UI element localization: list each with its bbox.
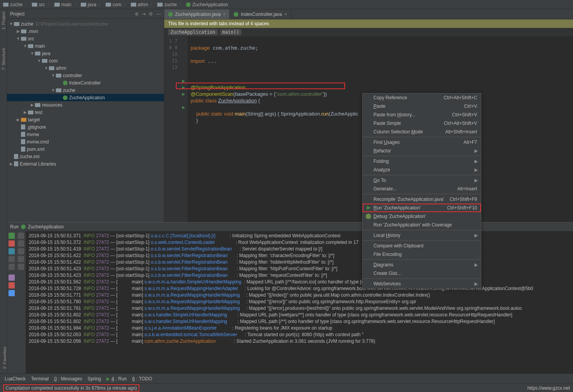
tree-node[interactable]: main bbox=[7, 42, 164, 50]
close-icon[interactable]: × bbox=[284, 12, 287, 17]
context-menu-item[interactable]: Recompile 'ZucheApplication.java'Ctrl+Sh… bbox=[363, 195, 481, 204]
tree-node[interactable]: mvnw.cmd bbox=[7, 138, 164, 145]
breadcrumb-item[interactable]: src〉 bbox=[32, 1, 52, 8]
pause-icon[interactable] bbox=[9, 248, 15, 254]
tree-node[interactable]: test bbox=[7, 109, 164, 116]
tree-node[interactable]: target bbox=[7, 116, 164, 123]
context-menu-item[interactable]: Paste SimpleCtrl+Alt+Shift+V bbox=[363, 119, 481, 128]
bottom-tab[interactable]: Spring bbox=[87, 376, 101, 382]
bottom-tab[interactable]: ▶ 4: Run bbox=[106, 376, 127, 382]
print-icon[interactable] bbox=[18, 264, 24, 270]
context-menu-item[interactable]: PasteCtrl+V bbox=[363, 102, 481, 111]
bottom-tab[interactable]: LuaCheck bbox=[5, 376, 26, 382]
folder-icon bbox=[14, 22, 19, 26]
tree-node[interactable]: java bbox=[7, 50, 164, 57]
tree-node[interactable]: .mvn bbox=[7, 28, 164, 35]
breadcrumb-item[interactable]: java〉 bbox=[81, 1, 103, 8]
tree-arrow[interactable] bbox=[43, 66, 49, 70]
close-icon[interactable]: × bbox=[223, 12, 226, 17]
scroll-icon[interactable] bbox=[18, 256, 24, 262]
hide-icon[interactable]: — bbox=[156, 11, 161, 17]
context-menu-item[interactable]: Compare with Clipboard bbox=[363, 242, 481, 250]
tree-arrow[interactable] bbox=[50, 88, 56, 92]
structure-tab[interactable]: 7: Structure bbox=[1, 48, 6, 70]
context-menu-item[interactable]: Run 'ZucheApplication' with Coverage bbox=[363, 221, 481, 229]
tree-arrow[interactable] bbox=[36, 59, 42, 63]
context-menu-item[interactable]: Analyze▶ bbox=[363, 166, 481, 174]
folder-icon bbox=[28, 111, 33, 114]
gear-icon[interactable]: ⚙ bbox=[149, 11, 153, 17]
tree-node[interactable]: mvnw bbox=[7, 131, 164, 138]
context-menu-item[interactable]: Find UsagesAlt+F7 bbox=[363, 138, 481, 147]
tree-node[interactable]: resources bbox=[7, 101, 164, 109]
bottom-tab[interactable]: 6: TODO bbox=[132, 376, 153, 382]
tree-node[interactable]: .gitignore bbox=[7, 123, 164, 131]
up-icon[interactable] bbox=[18, 233, 24, 239]
tree-node[interactable]: pom.xml bbox=[7, 145, 164, 153]
help-icon[interactable] bbox=[9, 290, 15, 296]
context-menu-item[interactable]: WebServices▶ bbox=[363, 280, 481, 288]
tree-node[interactable]: ZucheApplication bbox=[7, 94, 164, 101]
context-menu-item[interactable]: Refactor▶ bbox=[363, 147, 481, 155]
tree-arrow[interactable] bbox=[9, 162, 14, 166]
breadcrumb-item[interactable]: com〉 bbox=[106, 1, 128, 8]
tree-node[interactable]: controller bbox=[7, 72, 164, 79]
context-menu[interactable]: Copy ReferenceCtrl+Alt+Shift+CPasteCtrl+… bbox=[362, 93, 481, 288]
panel-header: Project ⊕ ⇥ ⚙ — bbox=[7, 9, 164, 19]
tree-node[interactable]: zucheD:\Project\Java\Learn\zuche\zuche bbox=[7, 20, 164, 28]
breadcrumb-item[interactable]: athm〉 bbox=[131, 1, 155, 8]
breadcrumb-item[interactable]: ZucheApplication bbox=[186, 1, 228, 8]
tree-node[interactable]: src bbox=[7, 35, 164, 42]
locate-icon[interactable]: ⊕ bbox=[135, 11, 139, 17]
context-menu-item[interactable]: Generate...Alt+Insert bbox=[363, 185, 481, 193]
context-menu-item[interactable]: Run 'ZucheApplication'Ctrl+Shift+F10 bbox=[363, 204, 481, 212]
context-menu-item[interactable]: Column Selection ModeAlt+Shift+Insert bbox=[363, 128, 481, 136]
context-menu-item[interactable]: Go To▶ bbox=[363, 176, 481, 185]
rerun-icon[interactable] bbox=[9, 233, 15, 239]
context-menu-item[interactable]: Create Gist... bbox=[363, 269, 481, 278]
context-menu-item[interactable]: Local History▶ bbox=[363, 231, 481, 240]
down-icon[interactable] bbox=[18, 240, 24, 247]
tree-node[interactable]: athm bbox=[7, 64, 164, 72]
tree-arrow[interactable] bbox=[16, 29, 21, 33]
breadcrumb-item[interactable]: zuche〉 bbox=[3, 1, 30, 8]
tree-arrow[interactable] bbox=[16, 36, 21, 41]
tree-node[interactable]: External Libraries bbox=[7, 160, 164, 168]
bc-method[interactable]: main() bbox=[220, 29, 241, 35]
favorites-tab[interactable]: 2: Favorites bbox=[0, 347, 7, 369]
context-menu-item[interactable]: Debug 'ZucheApplication' bbox=[363, 212, 481, 221]
context-menu-item[interactable]: File Encoding bbox=[363, 250, 481, 259]
tree-arrow[interactable] bbox=[50, 73, 56, 78]
editor-tab[interactable]: IndexController.java× bbox=[230, 9, 291, 19]
bottom-tab[interactable]: 0: Messages bbox=[54, 376, 82, 382]
collapse-icon[interactable]: ⇥ bbox=[142, 11, 146, 17]
context-menu-item[interactable]: Paste from History...Ctrl+Shift+V bbox=[363, 111, 481, 119]
stop-icon[interactable] bbox=[9, 240, 15, 247]
tree-arrow[interactable] bbox=[30, 51, 35, 55]
tree-node[interactable]: zuche bbox=[7, 86, 164, 94]
editor-tab[interactable]: ZucheApplication.java× bbox=[164, 9, 230, 19]
breadcrumb-item[interactable]: zuche〉 bbox=[157, 1, 184, 8]
console-log[interactable]: 2018-09-15 15:50:51.371 INFO 27472 --- [… bbox=[26, 231, 573, 373]
context-menu-item[interactable]: Diagrams▶ bbox=[363, 261, 481, 269]
tree-arrow[interactable] bbox=[23, 44, 28, 48]
tree-arrow[interactable] bbox=[16, 117, 21, 122]
wrap-icon[interactable] bbox=[18, 248, 24, 254]
breadcrumb-item[interactable]: main〉 bbox=[54, 1, 78, 8]
editor-breadcrumb: ZucheApplication main() bbox=[164, 28, 573, 36]
tree-node[interactable]: IndexController bbox=[7, 79, 164, 86]
bottom-tab[interactable]: Terminal bbox=[31, 376, 49, 382]
gc-icon[interactable] bbox=[9, 275, 15, 281]
context-menu-item[interactable]: Folding▶ bbox=[363, 157, 481, 166]
dump-icon[interactable] bbox=[9, 256, 15, 262]
tree-arrow[interactable] bbox=[23, 110, 28, 114]
tree-arrow[interactable] bbox=[9, 22, 14, 26]
bc-class[interactable]: ZucheApplication bbox=[168, 29, 218, 35]
project-tab[interactable]: 1: Project bbox=[1, 12, 6, 29]
x-icon[interactable] bbox=[9, 282, 15, 288]
tree-node[interactable]: com bbox=[7, 57, 164, 64]
tree-arrow[interactable] bbox=[30, 103, 35, 107]
exit-icon[interactable] bbox=[9, 264, 15, 270]
context-menu-item[interactable]: Copy ReferenceCtrl+Alt+Shift+C bbox=[363, 93, 481, 102]
tree-node[interactable]: zuche.iml bbox=[7, 153, 164, 160]
